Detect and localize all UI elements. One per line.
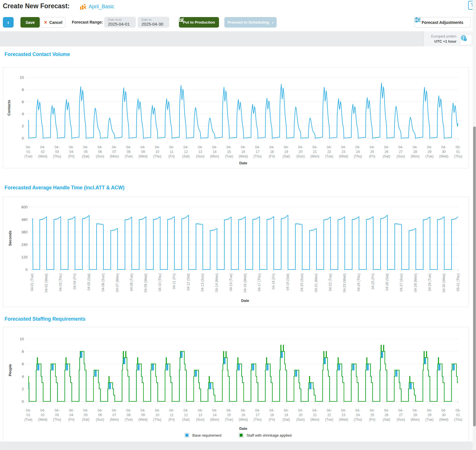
svg-text:04-18(Fri): 04-18(Fri) — [269, 408, 275, 422]
svg-text:04-01(Tue): 04-01(Tue) — [24, 408, 32, 422]
svg-text:04-03(Thu): 04-03(Thu) — [53, 408, 61, 422]
svg-text:8: 8 — [22, 349, 24, 354]
svg-text:05-01(Thu): 05-01(Thu) — [454, 408, 462, 422]
legend-item-base[interactable]: Base requirement — [184, 433, 222, 438]
svg-text:0: 0 — [22, 399, 24, 404]
svg-text:People: People — [8, 364, 12, 376]
svg-text:04-17(Thu): 04-17(Thu) — [254, 408, 262, 422]
svg-text:04-06(Sun): 04-06(Sun) — [96, 408, 104, 422]
scrollbar-thumb[interactable] — [473, 127, 476, 426]
svg-text:04-08(Tue): 04-08(Tue) — [125, 408, 133, 422]
svg-text:04-09(Wed): 04-09(Wed) — [138, 408, 147, 422]
svg-text:04-23(Wed): 04-23(Wed) — [339, 408, 348, 422]
svg-text:04-21(Mon): 04-21(Mon) — [310, 408, 319, 422]
svg-text:04-15(Tue): 04-15(Tue) — [225, 408, 233, 422]
legend-base-label: Base requirement — [192, 433, 222, 437]
svg-text:04-24(Thu): 04-24(Thu) — [354, 408, 362, 422]
legend-swatch-green — [239, 433, 244, 438]
svg-text:2: 2 — [22, 387, 24, 391]
svg-text:4: 4 — [22, 374, 24, 379]
svg-text:04-10(Thu): 04-10(Thu) — [153, 408, 162, 422]
svg-text:04-16(Wed): 04-16(Wed) — [239, 408, 248, 422]
svg-text:04-22(Tue): 04-22(Tue) — [325, 408, 333, 422]
svg-text:04-05(Sat): 04-05(Sat) — [82, 408, 89, 422]
svg-text:6: 6 — [22, 362, 24, 366]
staffing-chart: 024681004-01(Tue)04-02(Wed)04-03(Thu)04-… — [0, 0, 476, 433]
page-footer-strip — [0, 441, 476, 450]
svg-text:04-12(Sat): 04-12(Sat) — [182, 408, 190, 422]
svg-text:Date: Date — [239, 426, 247, 431]
svg-text:04-25(Fri): 04-25(Fri) — [369, 408, 375, 422]
svg-text:04-11(Fri): 04-11(Fri) — [168, 408, 175, 422]
legend-swatch-blue — [184, 433, 189, 438]
svg-text:04-07(Mon): 04-07(Mon) — [110, 408, 119, 422]
svg-text:04-27(Sun): 04-27(Sun) — [397, 408, 405, 422]
svg-text:04-29(Tue): 04-29(Tue) — [425, 408, 433, 422]
svg-text:10: 10 — [20, 337, 24, 341]
svg-text:04-30(Wed): 04-30(Wed) — [439, 408, 448, 422]
legend-item-shrinkage[interactable]: Staff with shrinkage applied — [239, 433, 292, 438]
svg-text:04-26(Sat): 04-26(Sat) — [383, 408, 390, 422]
svg-text:04-28(Mon): 04-28(Mon) — [411, 408, 419, 422]
svg-text:04-04(Fri): 04-04(Fri) — [68, 408, 74, 422]
svg-text:04-19(Sat): 04-19(Sat) — [283, 408, 290, 422]
legend-shrinkage-label: Staff with shrinkage applied — [247, 433, 292, 437]
svg-text:04-02(Wed): 04-02(Wed) — [38, 408, 47, 422]
svg-text:04-20(Sun): 04-20(Sun) — [297, 408, 305, 422]
svg-text:04-14(Mon): 04-14(Mon) — [210, 408, 219, 422]
staffing-legend: Base requirement Staff with shrinkage ap… — [0, 433, 476, 438]
svg-text:04-13(Sun): 04-13(Sun) — [196, 408, 204, 422]
